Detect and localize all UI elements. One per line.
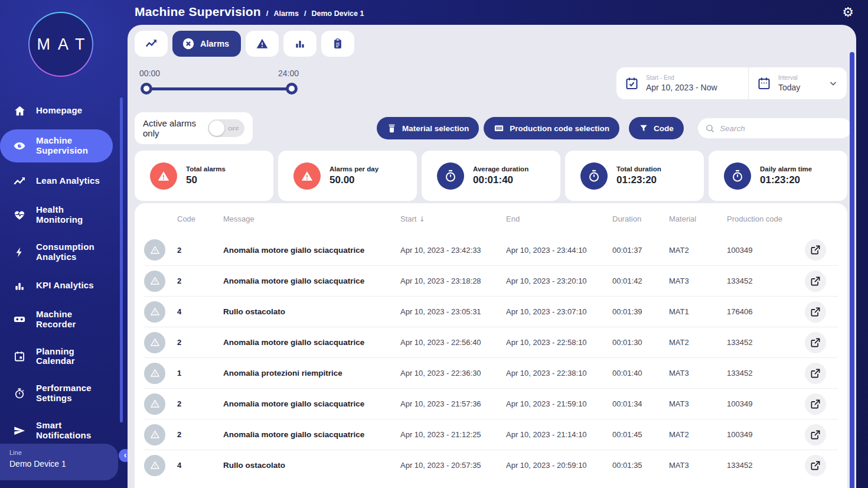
- stopwatch-icon: [13, 387, 26, 400]
- sidebar: MAT Homepage Machine Supervision Lean An…: [0, 0, 128, 488]
- interval-select[interactable]: Interval Today: [749, 67, 847, 99]
- sidebar-item-machine-supervision[interactable]: Machine Supervision: [0, 129, 113, 162]
- bar-chart-icon: [13, 279, 26, 292]
- toggle-state-label: OFF: [228, 125, 239, 132]
- column-header-end[interactable]: End: [506, 214, 612, 223]
- open-alarm-detail-button[interactable]: [805, 332, 826, 353]
- production-code-selection-button[interactable]: Production code selection: [484, 117, 619, 139]
- alarm-cancel-icon: [182, 37, 195, 50]
- sidebar-item-kpi-analytics[interactable]: KPI Analytics: [0, 275, 121, 297]
- sidebar-item-label: Performance Settings: [36, 383, 94, 404]
- cell-code: 2: [177, 430, 223, 439]
- external-link-icon: [810, 399, 821, 409]
- breadcrumb-separator: /: [304, 9, 306, 18]
- cell-message: Rullo ostacolato: [223, 307, 400, 316]
- cell-material: MAT3: [669, 369, 727, 378]
- warning-triangle-icon: [256, 37, 269, 50]
- table-row: 4 Rullo ostacolato Apr 10, 2023 - 20:57:…: [144, 450, 838, 480]
- alarms-table: Code Message Start↓ End Duration Materia…: [135, 203, 847, 488]
- page-scrollbar[interactable]: [850, 52, 854, 488]
- stat-alarms-per-day: Alarms per day 50.00: [278, 151, 417, 201]
- cell-code: 4: [177, 461, 223, 470]
- alarm-row-icon: [144, 455, 165, 476]
- tab-report[interactable]: [321, 31, 354, 57]
- device-card[interactable]: Line Demo Device 1: [0, 444, 118, 480]
- active-alarms-label: Active alarms only: [143, 118, 201, 138]
- tab-alarms-label: Alarms: [200, 39, 229, 48]
- cell-material: MAT2: [669, 430, 727, 439]
- slider-handle-end[interactable]: [286, 83, 298, 95]
- tab-trends[interactable]: [135, 31, 168, 57]
- calendar-interval-icon: [757, 76, 771, 90]
- tab-warnings[interactable]: [246, 31, 279, 57]
- open-alarm-detail-button[interactable]: [805, 424, 826, 445]
- material-selection-button[interactable]: Material selection: [377, 117, 479, 139]
- sidebar-item-consumption-analytics[interactable]: Consumption Analytics: [0, 238, 121, 267]
- sidebar-item-homepage[interactable]: Homepage: [0, 99, 121, 122]
- settings-gear-icon[interactable]: ⚙: [842, 5, 854, 19]
- cell-start: Apr 10, 2023 - 21:57:36: [400, 399, 506, 408]
- table-row: 2 Anomalia motore giallo sciacquatrice A…: [144, 388, 838, 419]
- page-title: Machine Supervision: [135, 5, 261, 19]
- cell-start: Apr 10, 2023 - 22:56:40: [400, 338, 506, 347]
- search-icon: [705, 123, 715, 134]
- open-alarm-detail-button[interactable]: [805, 301, 826, 323]
- active-alarms-toggle[interactable]: OFF: [208, 119, 244, 137]
- cell-material: MAT1: [669, 307, 727, 316]
- start-end-label: Start - End: [646, 74, 717, 81]
- code-filter-label: Code: [654, 124, 674, 133]
- column-header-duration[interactable]: Duration: [612, 214, 669, 223]
- chevron-down-icon[interactable]: [828, 78, 838, 89]
- cell-start: Apr 10, 2023 - 23:42:33: [400, 246, 506, 255]
- cell-production-code: 100349: [727, 430, 805, 439]
- tab-statistics[interactable]: [283, 31, 316, 57]
- cell-end: Apr 10, 2023 - 22:38:10: [506, 369, 612, 378]
- column-header-production-code[interactable]: Production code: [727, 214, 805, 223]
- cell-code: 2: [177, 246, 223, 255]
- column-header-message[interactable]: Message: [223, 214, 400, 223]
- cell-end: Apr 10, 2023 - 22:58:10: [506, 338, 612, 347]
- column-header-start[interactable]: Start↓: [400, 214, 506, 223]
- external-link-icon: [810, 368, 821, 379]
- sidebar-scrollbar[interactable]: [120, 97, 123, 422]
- open-alarm-detail-button[interactable]: [805, 271, 826, 292]
- breadcrumb-alarms[interactable]: Alarms: [273, 9, 298, 18]
- cell-production-code: 100349: [727, 399, 805, 408]
- cell-message: Anomalia motore giallo sciacquatrice: [223, 399, 400, 408]
- table-row: 4 Rullo ostacolato Apr 10, 2023 - 23:05:…: [144, 296, 838, 327]
- sidebar-item-performance-settings[interactable]: Performance Settings: [0, 379, 121, 408]
- stopwatch-icon: [724, 162, 751, 190]
- sidebar-item-planning-calendar[interactable]: Planning Calendar: [0, 342, 121, 372]
- open-alarm-detail-button[interactable]: [805, 393, 826, 415]
- alarm-icon: [293, 162, 321, 190]
- stat-value: 01:23:20: [616, 174, 661, 186]
- slider-handle-start[interactable]: [141, 83, 152, 95]
- cell-end: Apr 10, 2023 - 23:44:10: [506, 246, 612, 255]
- sidebar-item-health-monitoring[interactable]: Health Monitoring: [0, 200, 121, 230]
- table-row: 2 Anomalia motore giallo sciacquatrice A…: [144, 327, 838, 357]
- cell-material: MAT3: [669, 399, 727, 408]
- code-filter-button[interactable]: Code: [629, 117, 684, 139]
- sidebar-item-smart-notifications[interactable]: Smart Notifications: [0, 416, 121, 445]
- cell-message: Anomalia motore giallo sciacquatrice: [223, 338, 400, 347]
- alarm-row-icon: [144, 393, 165, 415]
- breadcrumb-device[interactable]: Demo Device 1: [312, 9, 364, 18]
- column-header-material[interactable]: Material: [669, 214, 727, 223]
- cell-production-code: 133452: [727, 338, 805, 347]
- cell-start: Apr 10, 2023 - 23:18:28: [400, 276, 506, 285]
- open-alarm-detail-button[interactable]: [805, 455, 826, 476]
- open-alarm-detail-button[interactable]: [805, 363, 826, 384]
- cell-duration: 00:01:40: [612, 369, 669, 378]
- tab-alarms[interactable]: Alarms: [172, 31, 241, 57]
- slider-track[interactable]: [136, 83, 302, 96]
- column-header-code[interactable]: Code: [177, 214, 223, 223]
- material-icon: [387, 123, 397, 134]
- start-end-picker[interactable]: Start - End Apr 10, 2023 - Now: [616, 67, 749, 99]
- open-alarm-detail-button[interactable]: [805, 239, 826, 261]
- eye-icon: [13, 139, 26, 152]
- home-icon: [13, 104, 26, 117]
- sidebar-item-label: Machine Recorder: [36, 310, 113, 330]
- sidebar-item-machine-recorder[interactable]: Machine Recorder: [0, 305, 121, 334]
- search-input[interactable]: [720, 124, 844, 133]
- sidebar-item-lean-analytics[interactable]: Lean Analytics: [0, 170, 121, 193]
